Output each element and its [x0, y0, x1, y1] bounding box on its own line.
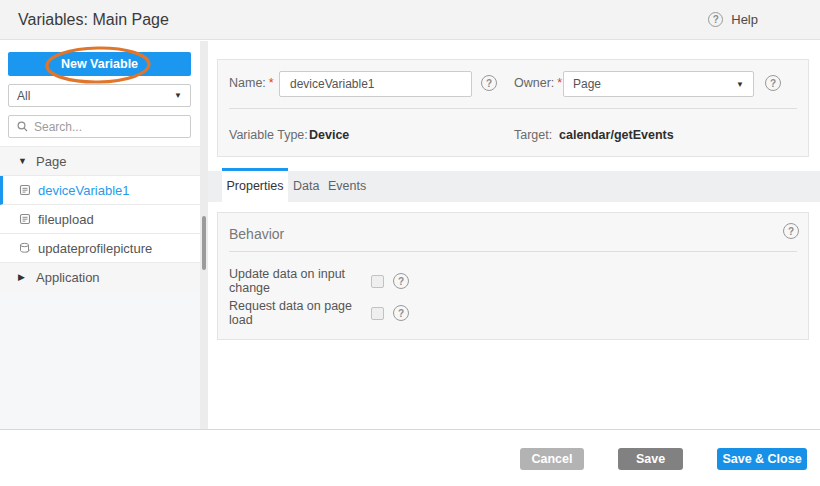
dropdown-arrow-icon: ▼: [174, 91, 182, 100]
variables-sidebar: New Variable All ▼ ▼ Page: [0, 41, 208, 429]
behavior-help-icon[interactable]: ?: [783, 223, 799, 239]
update-data-label: Update data on input change: [229, 267, 371, 295]
behavior-divider: [229, 251, 797, 252]
tree-item-fileupload[interactable]: fileupload: [0, 205, 200, 234]
required-asterisk: *: [557, 76, 562, 90]
tree-group-page[interactable]: ▼ Page: [0, 147, 200, 176]
cancel-button[interactable]: Cancel: [520, 448, 584, 470]
page-title: Variables: Main Page: [18, 11, 169, 29]
sidebar-scrollbar-track[interactable]: [200, 41, 208, 429]
help-label[interactable]: Help: [731, 12, 758, 27]
save-and-close-button[interactable]: Save & Close: [717, 448, 807, 470]
target-value: calendar/getEvents: [559, 128, 674, 142]
option-row-update-data: Update data on input change ?: [229, 273, 797, 289]
tab-events[interactable]: Events: [328, 171, 366, 202]
filter-selected-value: All: [17, 89, 30, 103]
tree-item-updateprofilepicture[interactable]: updateprofilepicture: [0, 234, 200, 263]
caret-right-icon[interactable]: ▶: [18, 272, 28, 282]
device-variable-icon: [19, 213, 31, 225]
variable-summary-panel: Name:* ? Owner:* Page ▼ ? Variable Type:…: [217, 59, 809, 157]
tab-data[interactable]: Data: [293, 171, 319, 202]
active-tab-indicator: [222, 168, 288, 171]
variables-tree: ▼ Page deviceVariable1: [0, 146, 200, 292]
search-input[interactable]: [34, 120, 182, 134]
help-link[interactable]: ? Help: [708, 12, 758, 27]
request-data-label: Request data on page load: [229, 299, 371, 327]
name-label: Name:*: [229, 76, 274, 90]
behavior-section-title: Behavior: [229, 226, 284, 242]
sidebar-empty-area: [0, 291, 200, 429]
detail-tab-bar: Properties Data Events: [208, 171, 820, 202]
target-label: Target:: [514, 128, 552, 142]
tree-item-label[interactable]: deviceVariable1: [38, 183, 130, 198]
tree-item-label[interactable]: fileupload: [38, 212, 94, 227]
tree-item-label[interactable]: updateprofilepicture: [38, 241, 152, 256]
owner-select[interactable]: Page ▼: [563, 71, 754, 97]
request-data-checkbox[interactable]: [371, 307, 384, 320]
update-data-help-icon[interactable]: ?: [393, 273, 409, 289]
request-data-help-icon[interactable]: ?: [393, 305, 409, 321]
footer-button-group: Cancel Save Save & Close: [520, 448, 807, 470]
device-variable-icon: [19, 184, 31, 196]
owner-label: Owner:*: [514, 76, 562, 90]
owner-help-icon[interactable]: ?: [765, 75, 781, 91]
update-data-checkbox[interactable]: [371, 275, 384, 288]
tree-group-application[interactable]: ▶ Application: [0, 263, 200, 292]
variable-type-value: Device: [309, 128, 349, 142]
option-row-request-data: Request data on page load ?: [229, 305, 797, 321]
sidebar-scrollbar-thumb[interactable]: [202, 216, 206, 270]
variable-filter-select[interactable]: All ▼: [8, 84, 191, 107]
search-icon: [17, 121, 28, 132]
help-question-icon[interactable]: ?: [708, 12, 723, 27]
live-variable-icon: [19, 242, 31, 254]
dialog-footer: Cancel Save Save & Close: [0, 430, 820, 486]
variable-type-label: Variable Type:: [229, 128, 308, 142]
required-asterisk: *: [269, 76, 274, 90]
save-button[interactable]: Save: [618, 448, 683, 470]
dropdown-arrow-icon: ▼: [736, 80, 744, 89]
tree-group-label[interactable]: Page: [36, 154, 66, 169]
tab-properties[interactable]: Properties: [222, 171, 288, 202]
owner-selected-value: Page: [573, 77, 601, 91]
variables-dialog: Variables: Main Page ? Help New Variable…: [0, 0, 820, 486]
dialog-header: Variables: Main Page ? Help: [0, 0, 820, 40]
variable-detail-panel: Name:* ? Owner:* Page ▼ ? Variable Type:…: [208, 41, 820, 429]
new-variable-button[interactable]: New Variable: [8, 52, 191, 76]
name-help-icon[interactable]: ?: [481, 75, 497, 91]
tree-group-label[interactable]: Application: [36, 270, 100, 285]
name-field[interactable]: [279, 71, 472, 97]
variable-search-box[interactable]: [8, 115, 191, 138]
behavior-section: Behavior ? Update data on input change ?…: [217, 212, 809, 340]
tree-item-devicevariable1[interactable]: deviceVariable1: [0, 176, 200, 205]
form-divider: [229, 108, 797, 109]
caret-down-icon[interactable]: ▼: [18, 156, 28, 166]
